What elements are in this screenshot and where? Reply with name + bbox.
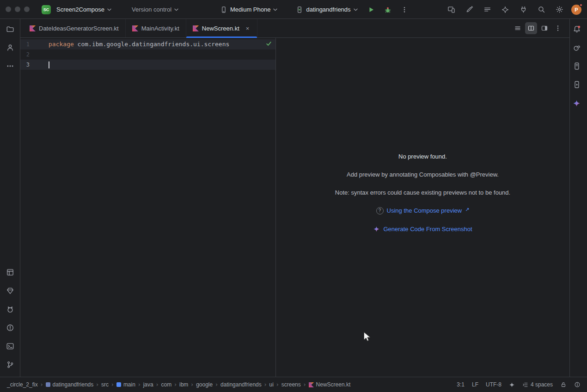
split-editor-button[interactable] [525, 22, 537, 34]
compose-preview-panel: No preview found. Add preview by annotat… [276, 38, 569, 377]
run-configuration-selector[interactable]: datingandfriends [293, 4, 360, 15]
gemini-icon [573, 99, 581, 107]
editor-list-button[interactable] [512, 22, 524, 34]
gemini-spark-icon [509, 382, 515, 388]
gemini-tool-button[interactable] [570, 97, 583, 110]
no-problems-check-icon [266, 41, 272, 47]
project-selector[interactable]: Screen2Compose [54, 4, 114, 15]
generate-code-from-screenshot-link[interactable]: Generate Code From Screenshot [373, 226, 472, 233]
device-mirror-button[interactable] [445, 4, 457, 16]
inspections-widget[interactable] [266, 41, 272, 47]
running-devices-icon [573, 80, 581, 89]
more-run-options-button[interactable] [398, 4, 410, 16]
run-button[interactable] [365, 4, 377, 16]
bell-icon [573, 25, 581, 33]
problems-button[interactable] [4, 321, 17, 334]
breadcrumb: _circle_2_fix › datingandfriends › src ›… [6, 380, 352, 389]
close-tab-button[interactable]: × [245, 25, 251, 32]
project-name: Screen2Compose [56, 6, 104, 13]
code-text[interactable] [30, 49, 49, 60]
breadcrumb-item[interactable]: ibm [178, 380, 190, 389]
code-token: com.ibm.google.datingandfriends.ui.scree… [74, 41, 230, 48]
more-tool-windows-button[interactable] [4, 60, 17, 73]
breadcrumb-item[interactable]: src [100, 380, 110, 389]
status-widgets: 3:1 LF UTF-8 4 spaces [457, 381, 581, 388]
gemini-button[interactable] [499, 4, 511, 16]
chevron-right-icon: › [138, 381, 141, 388]
ai-actions-button[interactable] [463, 4, 475, 16]
line-separator-widget[interactable]: LF [472, 381, 478, 388]
code-line-1[interactable]: 1 package com.ibm.google.datingandfriend… [20, 39, 275, 49]
plug-icon [520, 6, 527, 13]
close-window-button[interactable] [6, 6, 11, 12]
indent-widget[interactable]: 4 spaces [522, 381, 553, 388]
debug-bug-icon [384, 6, 391, 13]
chevron-down-icon [273, 8, 277, 11]
chevron-right-icon: › [111, 381, 114, 388]
right-tool-stripe [569, 19, 583, 377]
tab-label: NewScreen.kt [202, 25, 239, 32]
gear-icon [556, 6, 563, 13]
breadcrumb-item[interactable]: java [142, 380, 155, 389]
breadcrumb-item[interactable]: screens [280, 380, 302, 389]
zoom-window-button[interactable] [24, 6, 30, 12]
gradle-button[interactable] [570, 41, 583, 54]
task-list-button[interactable] [481, 4, 493, 16]
device-selector[interactable]: Medium Phone [217, 4, 280, 15]
breadcrumb-item[interactable]: _circle_2_fix [6, 380, 39, 389]
code-line-3[interactable]: 3 [20, 60, 275, 70]
ai-status-button[interactable] [509, 382, 515, 388]
layout-inspector-button[interactable] [4, 266, 17, 279]
encoding-widget[interactable]: UTF-8 [486, 381, 501, 388]
code-line-2[interactable]: 2 [20, 49, 275, 60]
breadcrumb-item[interactable]: datingandfriends [44, 380, 95, 389]
kotlin-file-icon [132, 25, 138, 31]
code-text[interactable]: package com.ibm.google.datingandfriends.… [30, 39, 229, 49]
chevron-right-icon: › [174, 381, 177, 388]
breadcrumb-item[interactable]: datingandfriends [219, 380, 263, 389]
version-control-tool-button[interactable] [4, 358, 17, 371]
project-tool-button[interactable] [4, 23, 17, 36]
minimize-window-button[interactable] [15, 6, 20, 12]
settings-button[interactable] [553, 4, 565, 16]
source-root-icon [116, 382, 121, 387]
profile-avatar[interactable]: P [571, 5, 581, 15]
device-explorer-icon [573, 62, 581, 70]
breadcrumb-item[interactable]: ui [268, 380, 275, 389]
tab-mainactivity[interactable]: MainActivity.kt [126, 19, 186, 37]
logcat-button[interactable] [4, 303, 17, 316]
code-editor[interactable]: 1 package com.ibm.google.datingandfriend… [20, 38, 275, 377]
run-configuration-label: datingandfriends [306, 6, 350, 13]
breadcrumb-item[interactable]: main [115, 380, 137, 389]
line-number[interactable]: 3 [20, 60, 30, 70]
code-text[interactable] [30, 60, 49, 70]
line-number[interactable]: 2 [20, 49, 30, 60]
app-module-icon [296, 6, 303, 13]
line-number[interactable]: 1 [20, 39, 30, 49]
version-control-selector[interactable]: Version control [129, 4, 181, 15]
terminal-button[interactable] [4, 340, 17, 353]
device-explorer-button[interactable] [570, 60, 583, 73]
caret-position-widget[interactable]: 3:1 [457, 381, 465, 388]
editor-more-options-button[interactable] [552, 22, 564, 34]
search-everywhere-button[interactable] [535, 4, 547, 16]
info-button[interactable] [574, 381, 581, 388]
tab-newscreen[interactable]: NewScreen.kt × [186, 19, 258, 37]
file-lock-button[interactable] [560, 381, 567, 388]
breadcrumb-label: screens [281, 381, 301, 388]
compose-preview-docs-link[interactable]: ? Using the Compose preview ↗ [376, 207, 470, 214]
preview-layout-button[interactable] [538, 22, 550, 34]
commit-tool-button[interactable] [4, 41, 17, 54]
breadcrumb-item[interactable]: com [160, 380, 173, 389]
notifications-button[interactable] [570, 23, 583, 36]
pair-device-button[interactable] [517, 4, 529, 16]
breadcrumb-item[interactable]: NewScreen.kt [307, 380, 352, 389]
running-devices-button[interactable] [570, 78, 583, 91]
problems-icon [6, 324, 14, 332]
breadcrumb-item[interactable]: google [195, 380, 214, 389]
app-insights-button[interactable] [4, 284, 17, 297]
tab-dateideasgeneratorscreen[interactable]: DateIdeasGeneratorScreen.kt [23, 19, 126, 37]
kotlin-file-icon [309, 382, 314, 387]
debug-button[interactable] [382, 4, 394, 16]
search-icon [538, 6, 545, 13]
